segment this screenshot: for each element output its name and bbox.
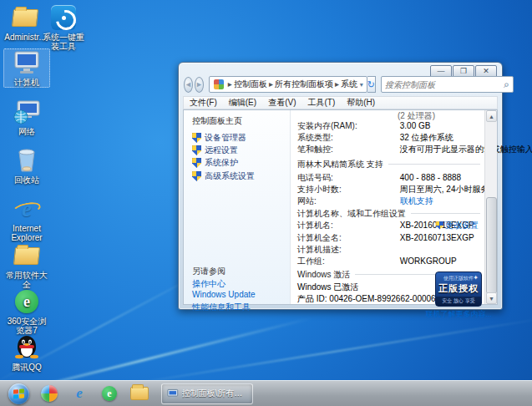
folder-icon [12,242,42,269]
search-box[interactable]: ⌕ [381,76,514,93]
sidebar-item-windows-update[interactable]: Windows Update [192,290,256,299]
desktop-icon-label: 常用软件大全 [3,271,50,289]
taskbar-icon-explorer[interactable] [124,383,155,405]
menu-bar: 文件(F) 编辑(E) 查看(V) 工具(T) 帮助(H) [183,96,498,109]
menu-help[interactable]: 帮助(H) [341,97,381,109]
recycle-bin-icon [12,147,42,174]
computer-fullname-row: 计算机全名: XB-20160713EXGP [297,232,480,243]
wallpaper-streak [119,317,532,386]
taskbar-button-control-panel[interactable]: 控制面板\所有控... [161,383,253,404]
360-browser-icon: e [102,386,117,401]
breadcrumb-system[interactable]: 系统 [341,79,357,89]
phone-row: 电话号码: 400 - 888 - 8888 [297,172,480,183]
back-button[interactable]: ◄ [184,77,193,93]
search-input[interactable] [382,80,500,89]
task-button-label: 控制面板\所有控... [182,388,247,399]
uac-shield-icon [192,133,201,143]
desktop-icon-label: 腾讯QQ [3,363,50,372]
breadcrumb[interactable]: ▸控制面板▸所有控制面板项▸系统 [226,79,357,90]
system-control-panel-window: — ❐ ✕ ◄ ► ▸控制面板▸所有控制面板项▸系统 ▾ ↻ ⌕ 文件(F) 编… [178,62,503,310]
menu-view[interactable]: 查看(V) [262,97,301,109]
desktop-icon-label: Internet Explorer [3,224,50,242]
menu-edit[interactable]: 编辑(E) [223,97,262,109]
network-icon [12,99,42,125]
system-info-pane: (2 处理器) 安装内存(RAM): 3.00 GB 系统类型: 32 位操作系… [291,110,497,304]
explorer-folder-icon [130,387,149,400]
uac-shield-icon [192,145,201,155]
sidebar-item-performance-tools[interactable]: 性能信息和工具 [192,302,251,313]
qq-penguin-icon [12,334,42,361]
desktop-icon-reinstall-tool[interactable]: 系统一键重装工具 [40,4,87,51]
scroll-down-arrow[interactable]: ▼ [486,292,497,304]
reinstall-tool-icon [48,4,79,31]
system-type-row: 系统类型: 32 位操作系统 [297,132,480,143]
address-box[interactable]: ▸控制面板▸所有控制面板项▸系统 ▾ [209,76,367,93]
user-folder-icon [10,4,40,31]
taskbar-icon-software-ball[interactable] [34,383,64,405]
desktop-icon-360-browser[interactable]: e 360安全浏览器7 [3,288,50,335]
see-also-header: 另请参阅 [192,266,225,277]
workgroup-row: 工作组: WORKGROUP [297,256,480,266]
desktop-icon-network[interactable]: 网络 [3,99,50,136]
computer-icon [12,49,42,76]
desktop-icon-label: 网络 [3,127,50,136]
desktop-icon-internet-explorer[interactable]: e Internet Explorer [3,195,50,242]
processor-partial-text: (2 处理器) [398,111,435,120]
sidebar-item-control-panel-home[interactable]: 控制面板主页 [192,115,242,127]
address-bar: ◄ ► ▸控制面板▸所有控制面板项▸系统 ▾ ↻ ⌕ [179,74,502,94]
scrollbar-thumb[interactable] [486,197,497,294]
desktop-icon-label: 回收站 [3,175,50,185]
forward-button[interactable]: ► [195,77,204,93]
360-browser-icon: e [12,288,42,315]
desktop-icon-label: 计算机 [4,78,49,87]
change-settings-link[interactable]: 更改设置 [436,220,479,231]
computer-name-row: 计算机名: XB-20160713EXGP 更改设置 [297,220,480,231]
taskbar: e e 控制面板\所有控... [0,380,532,406]
uac-shield-icon [192,158,201,168]
sidebar-item-system-protection[interactable]: 系统保护 [192,157,286,169]
breadcrumb-all-items[interactable]: 所有控制面板项 [275,79,333,89]
ram-row: 安装内存(RAM): 3.00 GB [297,120,480,131]
genuine-windows-badge[interactable]: ✦ 使用正版软件 正版授权 安全 放心 享受 [435,272,482,307]
desktop-icon-recycle-bin[interactable]: 回收站 [3,147,50,185]
software-ball-icon [41,385,58,402]
pen-touch-row: 笔和触控: 没有可用于此显示器的笔或触控输入 [297,144,480,155]
desktop-icon-qq[interactable]: 腾讯QQ [3,334,50,372]
refresh-button[interactable]: ↻ [367,76,376,93]
uac-shield-icon [436,221,443,230]
website-row: 网站: 联机支持 [297,195,480,206]
desktop-icon-software-folder[interactable]: 常用软件大全 [3,242,50,289]
sidebar: 控制面板主页 设备管理器 远程设置 系统保护 高级系统设置 另请参阅 操作中心 … [184,110,291,304]
window-task-icon [167,388,179,399]
breadcrumb-control-panel[interactable]: 控制面板 [234,79,267,89]
learn-more-online-link[interactable]: 联机了解更多内容... [425,309,492,320]
desktop-icon-computer[interactable]: 计算机 [3,48,50,88]
scroll-up-arrow[interactable]: ▲ [486,110,497,122]
desktop-icon-label: 360安全浏览器7 [3,317,50,335]
sparkle-icon: ✦ [473,274,479,282]
computer-description-row: 计算机描述: [297,244,480,255]
window-content: 控制面板主页 设备管理器 远程设置 系统保护 高级系统设置 另请参阅 操作中心 … [183,109,498,305]
sidebar-item-action-center[interactable]: 操作中心 [192,278,225,290]
vertical-scrollbar[interactable]: ▲ ▼ [484,110,497,304]
control-panel-icon [214,79,224,89]
menu-file[interactable]: 文件(F) [184,97,223,109]
uac-shield-icon [192,171,201,181]
online-support-link[interactable]: 联机支持 [400,196,433,206]
windows-logo-icon [13,388,24,398]
support-section-header: 雨林木风精简系统 支持 [297,159,480,170]
support-hours-row: 支持小时数: 周日至周六, 24小时服务 [297,184,480,195]
sidebar-item-advanced-settings[interactable]: 高级系统设置 [192,170,286,182]
internet-explorer-icon: e [76,385,83,402]
menu-tools[interactable]: 工具(T) [301,97,341,109]
taskbar-icon-360-browser[interactable]: e [94,383,124,405]
taskbar-icon-internet-explorer[interactable]: e [64,383,94,405]
sidebar-item-remote-settings[interactable]: 远程设置 [192,145,286,156]
start-button[interactable] [8,383,29,404]
internet-explorer-icon: e [12,195,42,222]
search-icon[interactable]: ⌕ [500,79,513,90]
address-dropdown-icon[interactable]: ▾ [358,81,365,89]
computer-name-section-header: 计算机名称、域和工作组设置 [297,208,480,219]
sidebar-item-device-manager[interactable]: 设备管理器 [192,132,286,144]
